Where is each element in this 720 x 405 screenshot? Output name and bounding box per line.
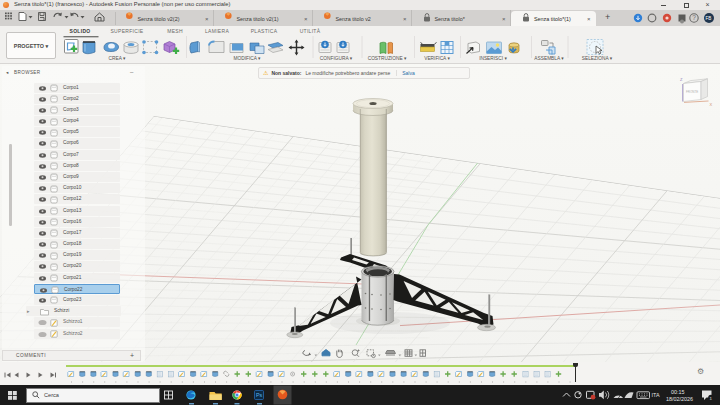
svg-text:×: × — [502, 16, 506, 22]
svg-text:Senza titolo v2: Senza titolo v2 — [336, 16, 371, 22]
svg-text:ITA: ITA — [652, 392, 660, 398]
svg-text:Senza titolo v2(2): Senza titolo v2(2) — [138, 16, 180, 22]
svg-text:FB: FB — [705, 16, 711, 21]
svg-text:×: × — [205, 16, 209, 22]
svg-text:18/02/2026: 18/02/2026 — [666, 396, 693, 402]
svg-text:Z: Z — [680, 77, 683, 82]
svg-text:Senza titolo v2(1): Senza titolo v2(1) — [237, 16, 279, 22]
svg-text:?: ? — [692, 14, 696, 21]
svg-text:Senza titolo*(1): Senza titolo*(1) — [534, 16, 571, 22]
svg-text:×: × — [403, 16, 407, 22]
svg-text:×: × — [587, 16, 591, 22]
svg-text:X: X — [710, 102, 713, 107]
svg-text:Ps: Ps — [256, 392, 263, 398]
svg-text:Senza titolo*: Senza titolo* — [435, 16, 466, 22]
svg-text:00:15: 00:15 — [671, 389, 685, 395]
svg-text:FRONTE: FRONTE — [686, 90, 698, 94]
svg-text:×: × — [304, 16, 308, 22]
